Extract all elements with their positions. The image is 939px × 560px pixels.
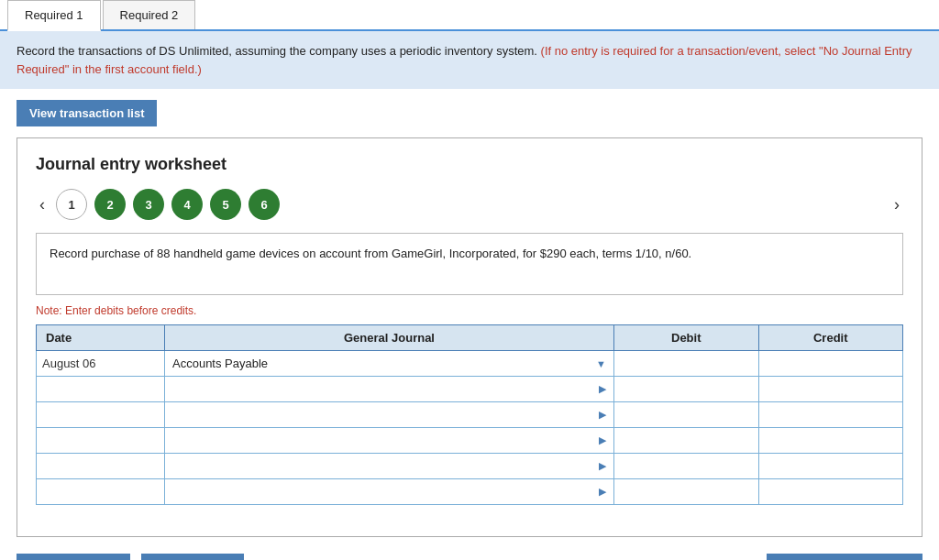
table-row: ▶ <box>37 377 903 402</box>
journal-table: Date General Journal Debit Credit August… <box>36 324 903 505</box>
table-header-row: Date General Journal Debit Credit <box>37 325 903 351</box>
table-row: ▶ <box>37 479 903 505</box>
dropdown-arrow-3[interactable]: ▶ <box>595 409 610 421</box>
credit-cell-3[interactable] <box>758 402 903 428</box>
view-transaction-button[interactable]: View transaction list <box>17 100 157 126</box>
tabs-bar: Required 1 Required 2 <box>0 0 939 31</box>
journal-entry-worksheet: Journal entry worksheet ‹ 1 2 3 4 5 6 › … <box>17 137 922 537</box>
table-row: ▶ <box>37 454 903 479</box>
dropdown-arrow-5[interactable]: ▶ <box>595 460 610 472</box>
next-arrow-button[interactable]: › <box>890 195 903 214</box>
col-header-debit: Debit <box>614 325 759 351</box>
debit-cell-5[interactable] <box>614 454 759 479</box>
table-row: ▶ <box>37 402 903 428</box>
account-cell-6[interactable]: ▶ <box>165 479 614 505</box>
date-cell-6 <box>37 479 165 505</box>
date-cell-5 <box>37 454 165 479</box>
transaction-description: Record purchase of 88 handheld game devi… <box>36 233 903 295</box>
dropdown-arrow-4[interactable]: ▶ <box>595 434 610 446</box>
credit-cell-5[interactable] <box>758 454 903 479</box>
account-cell-5[interactable]: ▶ <box>165 454 614 479</box>
col-header-general-journal: General Journal <box>165 325 614 351</box>
bottom-buttons: Record entry Clear entry View general jo… <box>17 554 922 560</box>
col-header-date: Date <box>37 325 165 351</box>
dropdown-arrow-2[interactable]: ▶ <box>595 383 610 395</box>
date-cell-1: August 06 <box>37 351 165 377</box>
account-cell-1[interactable]: Accounts Payable ▼ <box>165 351 614 377</box>
credit-cell-4[interactable] <box>758 428 903 454</box>
debit-cell-4[interactable] <box>614 428 759 454</box>
account-cell-3[interactable]: ▶ <box>165 402 614 428</box>
view-general-journal-button[interactable]: View general journal <box>767 554 922 560</box>
tab-required1[interactable]: Required 1 <box>7 0 101 31</box>
date-cell-4 <box>37 428 165 454</box>
date-cell-3 <box>37 402 165 428</box>
dropdown-arrow-1[interactable]: ▼ <box>592 358 610 369</box>
account-cell-4[interactable]: ▶ <box>165 428 614 454</box>
credit-cell-2[interactable] <box>758 377 903 402</box>
nav-item-6[interactable]: 6 <box>249 189 280 220</box>
debit-cell-1[interactable] <box>614 351 759 377</box>
nav-item-1[interactable]: 1 <box>56 189 87 220</box>
debit-cell-6[interactable] <box>614 479 759 505</box>
date-cell-2 <box>37 377 165 402</box>
debits-note: Note: Enter debits before credits. <box>36 304 903 317</box>
table-row: ▶ <box>37 428 903 454</box>
credit-cell-1[interactable] <box>758 351 903 377</box>
worksheet-title: Journal entry worksheet <box>36 155 903 174</box>
debit-cell-3[interactable] <box>614 402 759 428</box>
credit-cell-6[interactable] <box>758 479 903 505</box>
nav-item-3[interactable]: 3 <box>133 189 164 220</box>
nav-item-2[interactable]: 2 <box>94 189 126 220</box>
nav-item-4[interactable]: 4 <box>171 189 203 220</box>
info-banner: Record the transactions of DS Unlimited,… <box>0 31 939 89</box>
clear-entry-button[interactable]: Clear entry <box>141 554 244 560</box>
col-header-credit: Credit <box>758 325 903 351</box>
prev-arrow-button[interactable]: ‹ <box>36 195 49 214</box>
nav-row: ‹ 1 2 3 4 5 6 › <box>36 189 903 220</box>
debit-cell-2[interactable] <box>614 377 759 402</box>
info-banner-main: Record the transactions of DS Unlimited,… <box>17 44 537 58</box>
account-text-1: Accounts Payable <box>169 357 592 370</box>
nav-item-5[interactable]: 5 <box>210 189 241 220</box>
record-entry-button[interactable]: Record entry <box>17 554 130 560</box>
tab-required2[interactable]: Required 2 <box>103 0 196 29</box>
dropdown-arrow-6[interactable]: ▶ <box>595 486 610 498</box>
table-row: August 06 Accounts Payable ▼ <box>37 351 903 377</box>
account-cell-2[interactable]: ▶ <box>165 377 614 402</box>
